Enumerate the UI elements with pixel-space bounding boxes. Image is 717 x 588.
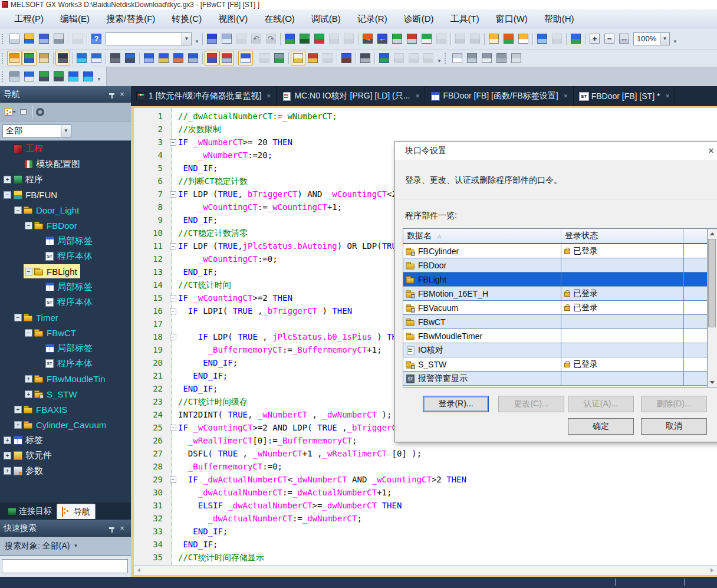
fold-collapse-icon[interactable]: − (170, 477, 176, 483)
plus-expander-icon[interactable]: + (4, 436, 11, 444)
device-search-icon[interactable] (358, 51, 373, 65)
program-parts-icon[interactable] (89, 51, 104, 65)
find-icon[interactable] (108, 51, 123, 65)
device-batch-b-icon[interactable] (468, 31, 482, 46)
minus-expander-icon[interactable]: − (14, 314, 22, 321)
program-check-icon[interactable] (22, 69, 37, 84)
tree-item-12[interactable]: −FBwCT (0, 325, 131, 340)
close-icon[interactable]: × (117, 89, 127, 100)
tree-item-3[interactable]: −FB/FUN (0, 187, 131, 202)
menu-item-h[interactable]: 帮助(H) (536, 9, 583, 28)
ok-button[interactable]: 确定 (568, 418, 634, 435)
device-usage-icon[interactable] (272, 51, 287, 65)
close-icon[interactable]: × (703, 144, 717, 158)
watch-window-icon[interactable] (535, 31, 550, 46)
window-b-icon[interactable] (406, 51, 421, 65)
align-b-icon[interactable] (81, 69, 96, 84)
tree-item-5[interactable]: −FBDoor (0, 218, 131, 233)
plus-expander-icon[interactable]: + (4, 467, 11, 475)
navigation-window-icon[interactable] (7, 51, 22, 65)
menu-item-p[interactable]: 工程(P) (6, 9, 52, 28)
table-row-5[interactable]: FBwCT (403, 315, 707, 329)
tree-item-17[interactable]: +FBAXIS (0, 402, 131, 417)
document-tab-0[interactable]: 1 [软元件/缓冲存储器批量监视]× (131, 86, 277, 106)
toolbar-overflow-button[interactable]: ▼ (96, 70, 103, 83)
device-eye-icon[interactable] (339, 51, 354, 65)
print-icon[interactable] (51, 31, 66, 46)
fold-collapse-icon[interactable]: − (170, 425, 176, 431)
tree-item-21[interactable]: +参数 (0, 463, 131, 478)
tree-item-8[interactable]: −FBLight (0, 264, 131, 279)
statement-icon[interactable] (486, 31, 501, 46)
register-button[interactable]: 登录(R)... (423, 396, 489, 412)
table-row-6[interactable]: FBwMoudleTimer (403, 329, 707, 343)
find-next-icon[interactable] (51, 69, 66, 84)
panel-tab-navigation[interactable]: 导航 (57, 504, 96, 519)
library-icon[interactable] (327, 31, 341, 46)
copy-icon[interactable] (219, 31, 234, 46)
menu-item-r[interactable]: 记录(R) (349, 9, 396, 28)
minus-expander-icon[interactable]: − (25, 222, 32, 229)
chevron-down-icon[interactable]: ▼ (660, 32, 670, 45)
scroll-left-icon[interactable] (134, 566, 144, 575)
tree-item-16[interactable]: +S_STW (0, 386, 131, 402)
menu-item-v[interactable]: 视图(V) (210, 9, 256, 28)
minus-expander-icon[interactable]: − (14, 206, 22, 214)
fold-collapse-icon[interactable]: − (170, 191, 176, 198)
program-parts-table[interactable]: 数据名△ 登录状态 FBCylinder已登录FBDoorFBLightFBMo… (403, 228, 708, 387)
zoom-out-icon[interactable]: − (602, 31, 617, 46)
zoom-combo[interactable]: 100%▼ (633, 32, 670, 45)
plus-expander-icon[interactable]: + (25, 375, 32, 383)
intelligent-monitor-icon[interactable] (568, 31, 583, 46)
watch-stop-icon[interactable] (219, 51, 234, 65)
quick-search-input[interactable] (2, 559, 128, 573)
cut-icon[interactable] (205, 31, 219, 46)
menu-item-t[interactable]: 工具(T) (442, 9, 487, 28)
zoom-in-icon[interactable]: + (587, 31, 602, 46)
gear-icon[interactable] (34, 106, 47, 119)
table-row-4[interactable]: FBVacuum已登录 (403, 301, 707, 315)
minus-expander-icon[interactable]: − (25, 268, 32, 275)
help-icon[interactable]: ? (89, 31, 104, 46)
scroll-up-icon[interactable] (708, 229, 716, 238)
menu-item-e[interactable]: 编辑(E) (52, 9, 98, 28)
cross-reference-icon[interactable] (257, 51, 272, 65)
module-config-icon[interactable] (55, 51, 70, 65)
device-list-icon[interactable] (156, 51, 171, 65)
cancel-button[interactable]: 取消 (641, 418, 707, 435)
convert-icon[interactable] (7, 69, 22, 84)
device-find-icon[interactable] (142, 51, 156, 65)
table-row-8[interactable]: S_STW已登录 (403, 357, 707, 372)
table-row-7[interactable]: IO核对 (403, 343, 707, 357)
chevron-down-icon[interactable]: ▼ (182, 32, 192, 45)
toolbar-overflow-button[interactable]: ▼ (193, 32, 200, 45)
write-to-plc-icon[interactable]: → (360, 31, 375, 46)
open-project-icon[interactable] (22, 31, 37, 46)
menu-item-d[interactable]: 诊断(D) (396, 9, 442, 28)
outline-window-icon[interactable] (238, 51, 253, 65)
shield-icon[interactable] (320, 51, 335, 65)
library2-icon[interactable] (341, 31, 356, 46)
table-row-1[interactable]: FBDoor (403, 258, 707, 272)
fold-collapse-icon[interactable]: − (170, 295, 176, 301)
close-icon[interactable]: × (564, 92, 568, 100)
fit-width-icon[interactable]: ↔ (617, 31, 632, 46)
document-tab-3[interactable]: FBDoor [FB] [ST] *× (574, 86, 676, 106)
find-prev-icon[interactable] (37, 69, 51, 84)
search-target-row[interactable]: 搜索对象: 全部(A) ▼ (0, 537, 131, 556)
device-reference-icon[interactable] (171, 51, 186, 65)
menu-item-o[interactable]: 在线(O) (256, 9, 303, 28)
tree-item-7[interactable]: 程序本体 (0, 248, 131, 264)
device-write-icon[interactable] (282, 31, 297, 46)
monitor-stop-icon[interactable] (434, 31, 449, 46)
menu-item-f[interactable]: 搜索/替换(F) (98, 9, 163, 28)
plus-expander-icon[interactable]: + (14, 421, 22, 429)
column-header-data-name[interactable]: 数据名△ (403, 229, 561, 243)
tree-display-icon[interactable]: ▾ (4, 106, 17, 119)
pin-icon[interactable] (106, 89, 117, 100)
memo-icon[interactable] (450, 51, 465, 65)
scroll-right-icon[interactable] (707, 566, 717, 575)
verify-plc-icon[interactable] (390, 31, 404, 46)
pin-icon[interactable] (106, 523, 117, 534)
device-io-icon[interactable] (312, 31, 327, 46)
